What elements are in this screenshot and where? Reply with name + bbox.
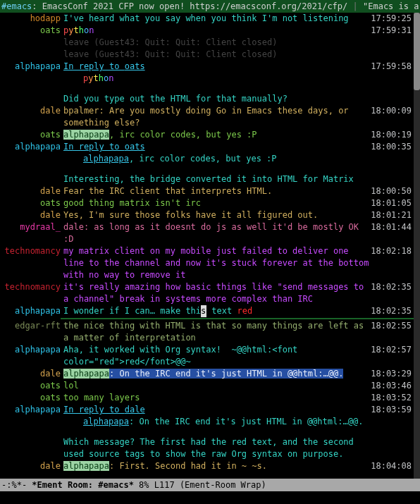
separator-line — [61, 318, 420, 319]
message-text: In reply to oats — [63, 141, 413, 153]
message-row: dale alphapapa: On the IRC end it's just… — [0, 368, 420, 380]
message-text: Which message? The first had the red tex… — [63, 436, 413, 460]
message-text: it's really amazing how basic things lik… — [63, 281, 413, 305]
reply-link[interactable]: In reply to — [63, 405, 125, 414]
mention-link[interactable]: alphapapa — [83, 417, 129, 426]
nick-oats[interactable]: oats — [40, 25, 61, 35]
nick-oats[interactable]: oats — [40, 381, 61, 391]
room-name: #emacs — [1, 1, 32, 11]
message-row: dale Fear the IRC client that interprets… — [0, 185, 420, 197]
text-cursor: s — [201, 305, 206, 317]
message-text: Yes, I'm sure those folks have it all fi… — [63, 209, 413, 221]
mention-highlight[interactable]: alphapapa — [63, 369, 109, 379]
message-row: oats python 17:59:31 — [0, 25, 420, 37]
timestamp: 17:59:58 — [371, 61, 412, 73]
nick-dale[interactable]: dale — [40, 369, 61, 379]
message-text: too many layers — [63, 392, 413, 404]
message-row: alphapapa Aha, it worked with Org syntax… — [0, 344, 420, 368]
message-row: dale alphapapa: First. Second had it in … — [0, 460, 420, 472]
nick-oats[interactable]: oats — [40, 130, 61, 140]
mention-link[interactable]: alphapapa — [83, 154, 129, 164]
nick-oats[interactable]: oats — [40, 393, 61, 402]
nick-alphapapa[interactable]: alphapapa — [15, 142, 61, 152]
nick-dale[interactable]: dale — [40, 461, 61, 471]
message-text: good thing matrix isn't irc — [63, 197, 413, 209]
reply-target[interactable]: dale — [125, 405, 145, 414]
chat-buffer[interactable]: hodapp I've heard what you say when you … — [0, 13, 420, 479]
message-row: technomancy it's really amazing how basi… — [0, 281, 420, 305]
message-row: oats lol 18:03:46 — [0, 380, 420, 392]
message-row: alphapapa In reply to oats 18:00:35 — [0, 141, 420, 153]
message-row: oats too many layers 18:03:52 — [0, 392, 420, 404]
message-row: oats alphapapa, irc color codes, but yes… — [0, 129, 420, 141]
quote-row: python — [0, 73, 420, 85]
message-row: mydraal_ dale: as long as it doesnt do j… — [0, 221, 420, 245]
message-row: Which message? The first had the red tex… — [0, 436, 420, 460]
timestamp: 18:03:29 — [371, 368, 412, 380]
timestamp: 18:03:46 — [371, 380, 412, 392]
nick-hodapp[interactable]: hodapp — [30, 13, 61, 23]
quote-text: alphapapa, irc color codes, but yes :P — [63, 153, 413, 165]
emacs-window: #emacs: EmacsConf 2021 CFP now open! htt… — [0, 0, 420, 504]
timestamp: 18:03:52 — [371, 392, 412, 404]
reply-target[interactable]: oats — [125, 61, 145, 71]
selected-region[interactable]: : On the IRC end it's just HTML in @@htm… — [109, 369, 343, 379]
message-text: my matrix client on my mobile just faile… — [63, 245, 413, 281]
timestamp: 18:03:59 — [371, 404, 412, 416]
reply-link[interactable]: In reply to — [63, 61, 125, 71]
message-row: dale Yes, I'm sure those folks have it a… — [0, 209, 420, 221]
timestamp: 17:59:31 — [371, 25, 412, 37]
header-line: #emacs: EmacsConf 2021 CFP now open! htt… — [0, 0, 420, 13]
timestamp: 18:01:05 — [371, 197, 412, 209]
mention-highlight[interactable]: alphapapa — [63, 461, 109, 471]
message-text: Fear the IRC client that interprets HTML… — [63, 185, 413, 197]
message-text: python — [63, 25, 413, 37]
message-text: dale: as long as it doesnt do js as well… — [63, 221, 413, 245]
message-row: edgar-rft the nice thing with HTML is th… — [0, 320, 420, 344]
quote-row: alphapapa, irc color codes, but yes :P — [0, 153, 420, 165]
system-row: leave (Guest43: Quit: Quit: Client close… — [0, 49, 420, 61]
message-text: I wonder if I can… make this text red — [63, 305, 413, 317]
message-text: bpalmer: Are you mostly doing Go in Emac… — [63, 105, 413, 129]
message-text: lol — [63, 380, 413, 392]
message-row: technomancy my matrix client on my mobil… — [0, 245, 420, 281]
message-row: oats good thing matrix isn't irc 18:01:0… — [0, 197, 420, 209]
quote-row: alphapapa: On the IRC end it's just HTML… — [0, 416, 420, 428]
nick-technomancy[interactable]: technomancy — [5, 246, 61, 256]
modeline-buffer: *Ement Room: #emacs* — [32, 480, 134, 490]
system-text: leave (Guest43: Quit: Quit: Client close… — [63, 37, 413, 49]
nick-edgar[interactable]: edgar-rft — [15, 321, 61, 331]
scrollbar-thumb[interactable] — [414, 13, 420, 90]
message-text: Did you type out the HTML for that manua… — [63, 93, 413, 105]
mode-line: -:%*- *Ement Room: #emacs* 8% L117 (Emen… — [0, 479, 420, 491]
timestamp: 18:01:21 — [371, 209, 412, 221]
vertical-scrollbar[interactable] — [414, 13, 420, 479]
nick-alphapapa[interactable]: alphapapa — [15, 405, 61, 414]
quote-text: python — [63, 73, 413, 85]
message-text: Aha, it worked with Org syntax! ~@@html:… — [63, 344, 413, 368]
timestamp: 18:00:50 — [371, 185, 412, 197]
message-row: dale bpalmer: Are you mostly doing Go in… — [0, 105, 420, 129]
modeline-position: 8% L117 — [134, 480, 180, 490]
nick-dale[interactable]: dale — [40, 210, 61, 220]
message-text: alphapapa, irc color codes, but yes :P — [63, 129, 413, 141]
nick-alphapapa[interactable]: alphapapa — [15, 306, 61, 316]
minibuffer[interactable] — [0, 491, 420, 504]
timestamp: 18:02:18 — [371, 245, 412, 257]
nick-dale[interactable]: dale — [40, 186, 61, 196]
message-row: Did you type out the HTML for that manua… — [0, 93, 420, 105]
system-text: leave (Guest43: Quit: Quit: Client close… — [63, 49, 413, 61]
header-sep1: : — [32, 1, 42, 11]
mention-highlight[interactable]: alphapapa — [63, 130, 109, 140]
nick-mydraal[interactable]: mydraal_ — [20, 222, 61, 232]
reply-target[interactable]: oats — [125, 142, 145, 152]
nick-alphapapa[interactable]: alphapapa — [15, 61, 61, 71]
nick-alphapapa[interactable]: alphapapa — [15, 345, 61, 355]
reply-link[interactable]: In reply to — [63, 142, 125, 152]
message-row: alphapapa In reply to oats 17:59:58 — [0, 61, 420, 73]
nick-technomancy[interactable]: technomancy — [5, 282, 61, 292]
nick-dale[interactable]: dale — [40, 106, 61, 116]
modeline-status: -:%*- — [1, 480, 32, 490]
message-text: alphapapa: On the IRC end it's just HTML… — [63, 368, 413, 380]
nick-oats[interactable]: oats — [40, 198, 61, 208]
